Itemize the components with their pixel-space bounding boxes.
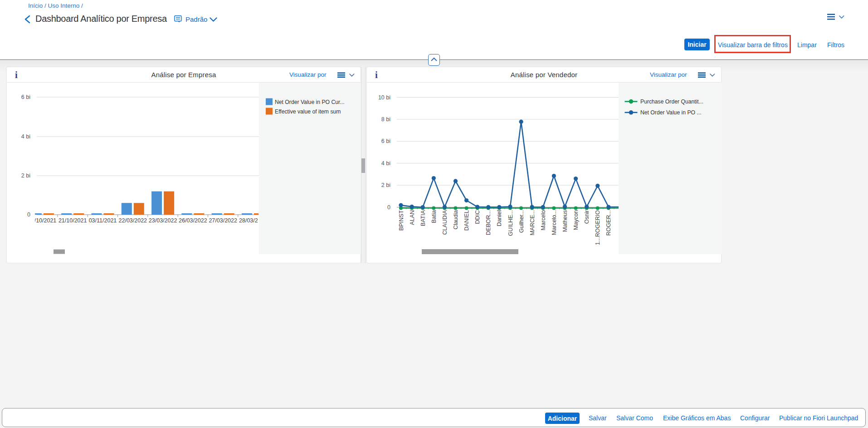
svg-text:4 bi: 4 bi — [381, 160, 390, 167]
svg-text:10 bi: 10 bi — [378, 94, 390, 101]
svg-text:DDIC: DDIC — [474, 210, 481, 224]
svg-text:MARCE...: MARCE... — [529, 210, 536, 236]
svg-text:6 bi: 6 bi — [21, 94, 30, 100]
svg-text:6 bi: 6 bi — [381, 138, 390, 144]
svg-text:ALAN: ALAN — [409, 210, 415, 225]
svg-text:Claudia: Claudia — [453, 210, 459, 229]
svg-text:DEBOR...: DEBOR... — [485, 210, 492, 235]
svg-text:CLAUDIA: CLAUDIA — [442, 210, 448, 235]
svg-text:8 bi: 8 bi — [381, 116, 390, 123]
svg-text:BPINST: BPINST — [398, 210, 405, 231]
svg-text:28/03/2: 28/03/2 — [239, 217, 258, 224]
svg-text:2 bi: 2 bi — [21, 172, 30, 179]
svg-text:ROGERIO: ROGERIO — [595, 210, 601, 237]
svg-text:ROGER...: ROGER... — [605, 210, 612, 236]
svg-text:BATIA: BATIA — [420, 210, 426, 226]
svg-text:/10/2021: /10/2021 — [34, 217, 57, 224]
svg-text:Osnir: Osnir — [584, 210, 590, 224]
svg-text:22/03/2022: 22/03/2022 — [119, 217, 147, 224]
svg-text:Daniel: Daniel — [496, 210, 502, 226]
svg-text:Maycon: Maycon — [573, 210, 579, 230]
svg-text:2 bi: 2 bi — [381, 182, 390, 188]
svg-text:GUILHE...: GUILHE... — [507, 210, 514, 236]
svg-text:0: 0 — [27, 212, 30, 218]
svg-text:Marcelo...: Marcelo... — [551, 210, 557, 235]
svg-text:26/03/2022: 26/03/2022 — [179, 217, 207, 224]
svg-text:0: 0 — [387, 204, 390, 211]
svg-text:Purchase Order Quantit...: Purchase Order Quantit... — [640, 98, 703, 105]
svg-text:27/03/2022: 27/03/2022 — [209, 217, 237, 224]
svg-text:1...: 1... — [595, 237, 601, 245]
svg-text:03/11/2021: 03/11/2021 — [89, 217, 117, 224]
svg-text:4 bi: 4 bi — [21, 133, 30, 140]
svg-text:Batia: Batia — [431, 210, 437, 223]
svg-text:21/10/2021: 21/10/2021 — [59, 217, 87, 224]
svg-text:DANIEL: DANIEL — [463, 210, 470, 231]
svg-text:Net Order Value in PO ...: Net Order Value in PO ... — [640, 109, 702, 116]
svg-text:23/03/2022: 23/03/2022 — [149, 217, 177, 224]
svg-text:Net Order Value in PO Cur...: Net Order Value in PO Cur... — [275, 99, 345, 105]
svg-text:Effective value of item sum: Effective value of item sum — [275, 108, 341, 115]
svg-text:Marcelo: Marcelo — [540, 210, 546, 231]
svg-text:Guilher...: Guilher... — [518, 210, 525, 233]
svg-text:Matheus: Matheus — [562, 210, 568, 232]
